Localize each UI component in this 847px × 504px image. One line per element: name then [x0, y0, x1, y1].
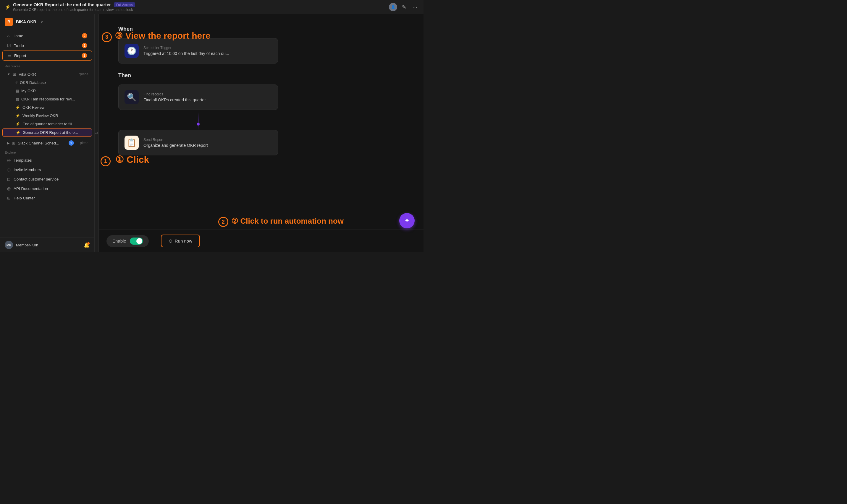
workspace-name: BIKA OKR [16, 19, 36, 24]
action1-text: Find records Find all OKRs created this … [143, 92, 206, 102]
enable-group: Enable [106, 235, 149, 247]
action2-desc: Organize and generate OKR report [143, 143, 208, 148]
weekly-review-label: Weekly Review OKR [22, 113, 88, 118]
enable-toggle[interactable] [130, 237, 143, 245]
action2-text: Send Report Organize and generate OKR re… [143, 138, 208, 148]
run-icon: ⊙ [169, 238, 172, 244]
action2-card: 📋 Send Report Organize and generate OKR … [118, 130, 278, 156]
trigger-text: Scheduler Trigger Triggered at 10:00 on … [143, 46, 229, 56]
api-label: API Documentation [14, 186, 48, 191]
contact-label: Contact customer service [14, 177, 58, 181]
sidebar-item-generate-okr[interactable]: ⚡ Generate OKR Report at the e... [2, 128, 92, 137]
header-actions: 👤 ✎ ⋯ [389, 3, 419, 12]
sidebar-item-invite[interactable]: ◌ Invite Members [2, 165, 92, 174]
lightning4-icon: ⚡ [15, 122, 20, 126]
header-title: Generate OKR Report at the end of the qu… [13, 2, 111, 7]
collapse-chevron-icon: ▶ [7, 141, 10, 145]
report-badge: 1 [82, 53, 87, 58]
run-now-button[interactable]: ⊙ Run now [161, 235, 200, 247]
circle-2: 2 [218, 217, 228, 227]
sidebar-item-end-quarter[interactable]: ⚡ End of quarter reminder to fill ... [2, 120, 92, 128]
end-quarter-label: End of quarter reminder to fill ... [22, 122, 88, 126]
annotation-view: 3 ③ View the report here [102, 31, 211, 42]
okr-responsible-label: OKR I am responsible for revi... [21, 97, 88, 101]
more-button[interactable]: ⋯ [411, 3, 419, 12]
api-icon: ◎ [7, 186, 11, 191]
header-subtitle: Generate OKR report at the end of each q… [13, 8, 135, 12]
vika-okr-header[interactable]: ▼ ⊞ Vika OKR 7piece [2, 70, 92, 78]
okr-review-label: OKR Review [22, 105, 88, 110]
find-icon-wrap: 🔍 [124, 90, 139, 104]
connector [118, 112, 278, 130]
workspace-header[interactable]: B BIKA OKR ∨ [0, 14, 94, 30]
sidebar-item-help[interactable]: ⊞ Help Center [2, 194, 92, 202]
scroll-handle-area[interactable]: ⇕ [94, 14, 99, 252]
sidebar-item-home[interactable]: ⌂ Home 2 [2, 31, 92, 40]
home-label: Home [13, 34, 79, 38]
explore-section-label: Explore [0, 148, 94, 156]
lightning-icon: ⚡ [5, 4, 11, 10]
full-access-badge: Full Access [114, 2, 135, 7]
slack-grid-icon: ⊞ [12, 141, 15, 145]
main-layout: B BIKA OKR ∨ ⌂ Home 2 ☑ To-do 1 ☰ Report… [0, 14, 424, 252]
user-avatar: MK [5, 241, 13, 249]
action2-label: Send Report [143, 138, 208, 142]
user-avatar-header[interactable]: 👤 [389, 3, 397, 11]
sidebar-item-templates[interactable]: ◎ Templates [2, 156, 92, 165]
slack-channel-header[interactable]: ▶ ⊞ Slack Channel Sched... 1 1piece [2, 139, 92, 147]
circle-3: 3 [102, 32, 112, 42]
sidebar-item-okr-database[interactable]: # OKR Database [2, 78, 92, 87]
action1-desc: Find all OKRs created this quarter [143, 97, 206, 102]
vika-okr-name: Vika OKR [19, 72, 76, 76]
sidebar-item-api[interactable]: ◎ API Documentation [2, 184, 92, 193]
top-header: ⚡ Generate OKR Report at the end of the … [0, 0, 424, 14]
sidebar-bottom: MK Member-Kon 🔔 [0, 237, 94, 252]
sidebar-item-contact[interactable]: ◻ Contact customer service [2, 175, 92, 183]
invite-icon: ◌ [7, 167, 11, 172]
trigger-label: Scheduler Trigger [143, 46, 229, 50]
vika-okr-count: 7piece [78, 72, 88, 76]
workflow-content: When 🕐 Scheduler Trigger Triggered at 10… [94, 14, 424, 230]
notification-button[interactable]: 🔔 [84, 242, 90, 248]
hash-icon: # [15, 80, 17, 85]
home-badge: 2 [82, 33, 87, 38]
slack-channel-name: Slack Channel Sched... [18, 141, 66, 145]
clipboard-icon: 📋 [127, 138, 136, 147]
lightning5-icon: ⚡ [16, 130, 20, 135]
sidebar-item-todo[interactable]: ☑ To-do 1 [2, 41, 92, 50]
run-annotation-label: ② Click to run automation now [231, 217, 344, 226]
report-icon: ☰ [7, 53, 11, 58]
fab-icon: ✦ [404, 217, 410, 224]
todo-badge: 1 [82, 43, 87, 48]
scheduler-icon-wrap: 🕐 [124, 44, 139, 58]
sidebar-item-weekly-review[interactable]: ⚡ Weekly Review OKR [2, 112, 92, 120]
fab-button[interactable]: ✦ [399, 213, 415, 228]
run-now-label: Run now [175, 238, 192, 244]
enable-label: Enable [113, 238, 126, 244]
annotation-run: 2 ② Click to run automation now [218, 217, 344, 227]
edit-button[interactable]: ✎ [401, 3, 408, 12]
report-icon-wrap: 📋 [124, 136, 139, 150]
user-name: Member-Kon [16, 243, 81, 247]
workspace-logo: B [5, 18, 13, 26]
connector-dot [197, 123, 200, 126]
report-label: Report [14, 53, 79, 58]
todo-icon: ☑ [7, 43, 11, 48]
sidebar-item-okr-responsible[interactable]: ▦ OKR I am responsible for revi... [2, 95, 92, 103]
sidebar-item-report[interactable]: ☰ Report 1 [2, 51, 92, 60]
view-label: ③ View the report here [115, 31, 210, 40]
sidebar-item-okr-review[interactable]: ⚡ OKR Review [2, 103, 92, 111]
action1-label: Find records [143, 92, 206, 96]
home-icon: ⌂ [7, 33, 10, 38]
expand-chevron-icon: ▼ [7, 72, 10, 76]
sidebar-item-my-okr[interactable]: ▦ My OKR [2, 87, 92, 95]
todo-label: To-do [14, 43, 79, 48]
lightning3-icon: ⚡ [15, 113, 20, 118]
clock-icon: 🕐 [127, 47, 136, 56]
contact-icon: ◻ [7, 177, 11, 181]
grid3-icon: ▦ [15, 97, 19, 101]
then-label: Then [118, 72, 406, 78]
invite-label: Invite Members [14, 167, 41, 172]
my-okr-label: My OKR [21, 89, 88, 93]
trigger-desc: Triggered at 10:00 on the last day of ea… [143, 51, 229, 56]
